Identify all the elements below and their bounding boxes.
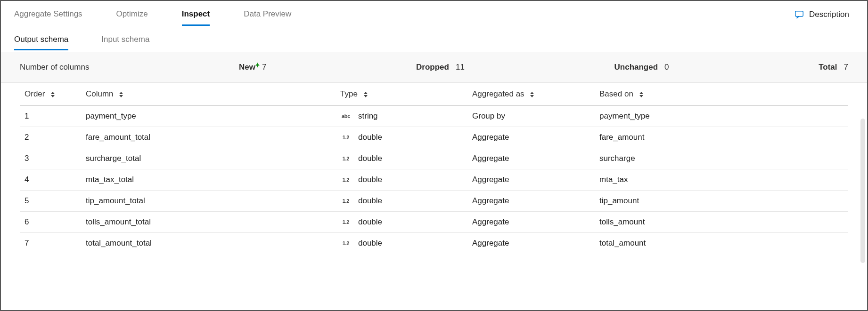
cell-order: 2 <box>20 127 81 148</box>
stat-dropped-label: Dropped <box>416 63 449 72</box>
tab-label: Inspect <box>182 9 210 18</box>
tab-label: Optimize <box>116 9 148 18</box>
cell-type: 1.2double <box>336 233 467 254</box>
stat-unchanged: Unchanged 0 <box>614 63 669 72</box>
type-name: double <box>358 196 382 206</box>
cell-order: 1 <box>20 106 81 127</box>
sort-icon <box>364 92 368 97</box>
col-header-type[interactable]: Type <box>336 83 467 106</box>
table-row[interactable]: 6tolls_amount_total1.2doubleAggregatetol… <box>20 212 848 233</box>
table-row[interactable]: 1payment_typeabcstringGroup bypayment_ty… <box>20 106 848 127</box>
cell-order: 7 <box>20 233 81 254</box>
stat-dropped-value: 11 <box>456 63 465 72</box>
col-header-aggregated-as[interactable]: Aggregated as <box>467 83 595 106</box>
tab-optimize[interactable]: Optimize <box>116 4 148 25</box>
stat-new-label: New <box>239 63 255 72</box>
type-name: double <box>358 133 382 142</box>
stat-total-value: 7 <box>844 63 848 72</box>
col-header-label: Order <box>25 89 45 98</box>
stat-new-key: New ✦ <box>239 63 255 72</box>
cell-aggregated-as: Aggregate <box>467 148 595 169</box>
double-type-icon: 1.2 <box>340 219 352 225</box>
tab-label: Aggregate Settings <box>14 9 82 18</box>
cell-based-on: surcharge <box>595 148 848 169</box>
cell-type: 1.2double <box>336 148 467 169</box>
cell-column: surcharge_total <box>81 148 336 169</box>
cell-column: mta_tax_total <box>81 169 336 191</box>
cell-column: fare_amount_total <box>81 127 336 148</box>
tabs-primary: Aggregate Settings Optimize Inspect Data… <box>1 1 867 28</box>
table-row[interactable]: 7total_amount_total1.2doubleAggregatetot… <box>20 233 848 254</box>
tab-label: Data Preview <box>244 9 291 18</box>
sort-icon <box>51 92 55 97</box>
schema-table: Order Column Type Aggregated as <box>20 83 848 254</box>
sort-icon <box>119 92 123 97</box>
cell-column: total_amount_total <box>81 233 336 254</box>
cell-type: 1.2double <box>336 191 467 212</box>
col-header-label: Aggregated as <box>472 89 524 98</box>
stats-title: Number of columns <box>20 63 89 72</box>
cell-aggregated-as: Aggregate <box>467 169 595 191</box>
cell-order: 6 <box>20 212 81 233</box>
type-name: double <box>358 239 382 248</box>
table-row[interactable]: 2fare_amount_total1.2doubleAggregatefare… <box>20 127 848 148</box>
col-header-column[interactable]: Column <box>81 83 336 106</box>
description-button[interactable]: Description <box>794 9 854 20</box>
cell-column: tolls_amount_total <box>81 212 336 233</box>
table-row[interactable]: 3surcharge_total1.2doubleAggregatesurcha… <box>20 148 848 169</box>
schema-table-wrap: Order Column Type Aggregated as <box>1 83 867 310</box>
col-header-label: Column <box>86 89 114 98</box>
cell-based-on: tip_amount <box>595 191 848 212</box>
cell-based-on: payment_type <box>595 106 848 127</box>
scrollbar[interactable] <box>860 119 865 263</box>
tab-label: Output schema <box>14 35 68 44</box>
tab-data-preview[interactable]: Data Preview <box>244 4 291 25</box>
tab-aggregate-settings[interactable]: Aggregate Settings <box>14 4 82 25</box>
plus-icon: ✦ <box>255 62 260 69</box>
cell-aggregated-as: Aggregate <box>467 212 595 233</box>
cell-order: 5 <box>20 191 81 212</box>
table-header-row: Order Column Type Aggregated as <box>20 83 848 106</box>
cell-column: tip_amount_total <box>81 191 336 212</box>
comment-icon <box>794 9 804 20</box>
cell-aggregated-as: Aggregate <box>467 191 595 212</box>
stat-new-value: 7 <box>262 63 266 72</box>
stat-unchanged-value: 0 <box>664 63 669 72</box>
double-type-icon: 1.2 <box>340 135 352 140</box>
col-header-based-on[interactable]: Based on <box>595 83 848 106</box>
type-name: string <box>358 112 378 121</box>
col-header-label: Based on <box>599 89 633 98</box>
double-type-icon: 1.2 <box>340 177 352 183</box>
cell-based-on: tolls_amount <box>595 212 848 233</box>
sort-icon <box>530 92 534 97</box>
stat-unchanged-label: Unchanged <box>614 63 658 72</box>
table-row[interactable]: 4mta_tax_total1.2doubleAggregatemta_tax <box>20 169 848 191</box>
cell-aggregated-as: Aggregate <box>467 233 595 254</box>
double-type-icon: 1.2 <box>340 198 352 204</box>
cell-type: 1.2double <box>336 169 467 191</box>
cell-order: 4 <box>20 169 81 191</box>
cell-column: payment_type <box>81 106 336 127</box>
stat-total: Total 7 <box>819 63 848 72</box>
cell-type: 1.2double <box>336 127 467 148</box>
col-header-order[interactable]: Order <box>20 83 81 106</box>
cell-type: abcstring <box>336 106 467 127</box>
stat-total-label: Total <box>819 63 837 72</box>
col-header-label: Type <box>340 89 358 98</box>
tab-inspect[interactable]: Inspect <box>182 4 210 25</box>
double-type-icon: 1.2 <box>340 156 352 161</box>
tab-output-schema[interactable]: Output schema <box>14 30 68 50</box>
stat-dropped: Dropped 11 <box>416 63 465 72</box>
double-type-icon: 1.2 <box>340 240 352 246</box>
stat-new: New ✦ 7 <box>239 63 266 72</box>
type-name: double <box>358 175 382 184</box>
tab-label: Input schema <box>101 35 149 44</box>
cell-type: 1.2double <box>336 212 467 233</box>
cell-aggregated-as: Aggregate <box>467 127 595 148</box>
cell-based-on: fare_amount <box>595 127 848 148</box>
type-name: double <box>358 217 382 227</box>
table-row[interactable]: 5tip_amount_total1.2doubleAggregatetip_a… <box>20 191 848 212</box>
cell-order: 3 <box>20 148 81 169</box>
cell-aggregated-as: Group by <box>467 106 595 127</box>
tab-input-schema[interactable]: Input schema <box>101 30 149 50</box>
